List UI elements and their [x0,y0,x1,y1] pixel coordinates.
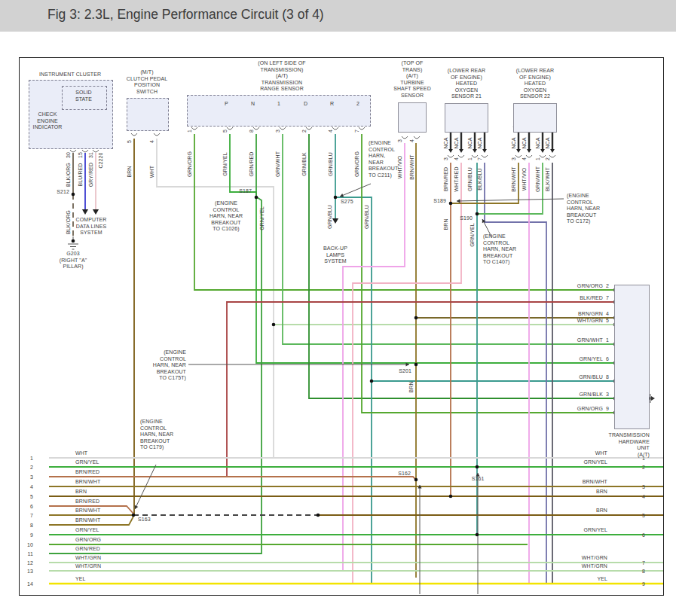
wire-label: BLK/WHT [545,167,552,191]
hardware-row-label: GRN/YEL [580,356,603,363]
gear-position-P: P [225,101,228,108]
wire-label: GRN/WHT [275,151,282,177]
row-wire-label-left: GRN/RED [75,546,100,553]
hardware-row-pin: 6 [606,356,609,363]
o2-sensor-22-box [513,103,557,133]
nca-label: NCA [545,137,552,148]
row-wire-label-right: WHT/GRN [582,563,607,570]
hardware-row-pin: 2 [606,283,609,290]
instrument-cluster-label: INSTRUMENT CLUSTER [39,72,101,78]
pin-number: 4 [454,157,460,160]
wire-label: GRY/RED [88,163,95,187]
row-wire-label-left: YEL [75,576,86,583]
row-wire-label-left: GRN/YEL [75,527,99,534]
ground-g203-label: G203 (RIGHT "A" PILLAR) [60,251,87,270]
pin-number: 1 [535,157,542,160]
row-number-right: 1 [642,456,645,462]
gear-position-1: 1 [277,101,280,108]
o2-sensor-21-label: (LOWER REAR OF ENGINE) HEATED OXYGEN SEN… [448,68,486,100]
gear-position-2: 2 [356,101,359,108]
solid-state-label: SOLID STATE [75,90,92,102]
wire-label: GRN/BLU [467,167,474,191]
pin-number: 4 [149,140,156,143]
hardware-row-label: WHT/GRN [577,318,603,325]
row-wire-label-left: WHT [75,450,87,457]
row-wire-label-left: BRN [75,489,87,496]
pin-number: 8 [249,130,255,133]
wire-label: GRN/BLU [327,205,334,229]
hardware-row-label: GRN/ORG [577,283,603,290]
clutch-switch-box [127,98,169,131]
clutch-switch-label: (M/T) CLUTCH PEDAL POSITION SWITCH [127,69,168,95]
hardware-row-pin: 4 [606,311,609,318]
wire-label: BRN/WHT [409,154,416,179]
breakout-note: (ENGINE CONTROL HARN, NEAR BREAKOUT TO C… [483,233,516,266]
range-sensor-label: (ON LEFT SIDE OF TRANSMISSION) (A/T) TRA… [258,60,305,93]
nca-label: NCA [467,137,474,148]
row-number-left: 1 [30,456,33,462]
row-wire-label-left: GRN/ORG [75,537,101,544]
junction-s275-label: S275 [341,199,353,206]
wire-label: GRN/BLU [364,205,371,229]
row-number-left: 7 [30,513,33,520]
o2-sensor-22-label: (LOWER REAR OF ENGINE) HEATED OXYGEN SEN… [516,68,555,100]
check-engine-indicator-label: CHECK ENGINE INDICATOR [33,111,63,131]
junction-s162-label: S162 [398,471,411,477]
nca-label: NCA [522,137,528,148]
row-number-left: 4 [30,484,33,491]
row-wire-label-left: BRN/RED [75,499,99,505]
row-wire-label-right: WHT [595,450,607,457]
pin-number: 4 [409,139,416,142]
breakout-note: (ENGINE CONTROL HARN, NEAR BREAKOUT TO C… [140,419,173,451]
wire-label: WHT [149,166,156,178]
hardware-row-label: GRN/WHT [577,337,603,344]
nca-label: NCA [511,137,518,148]
wire-label: BRN/WHT [511,166,518,191]
wire-label: BLK/ORG [66,210,72,234]
turbine-sensor-box [398,102,427,133]
row-number-left: 6 [30,504,33,511]
hardware-row-pin: 1 [606,337,609,344]
nca-label: NCA [443,137,450,148]
wire-label: C2220 [98,152,105,168]
turbine-sensor-label: (TOP OF TRANS) (A/T) TURBINE SHAFT SPEED… [393,60,431,99]
wire-label: BLU/RED [78,163,84,186]
gear-position-R: R [330,101,334,108]
wire-label: BLK/ORG [66,163,72,187]
pin-number: 1 [467,157,474,160]
nca-label: NCA [535,137,542,148]
wire-label: GRN/YEL [222,152,229,175]
row-wire-label-right: WHT/GRN [582,555,607,562]
hardware-row-label: BLK/RED [580,295,603,302]
wire-label: BRN [127,166,133,177]
row-number-right: 6 [642,532,645,539]
pin-number: 3 [511,157,518,160]
pin-number: 2 [545,157,552,160]
row-number-right: 7 [642,560,645,567]
row-wire-label-right: YEL [597,576,607,583]
row-number-left: 12 [27,560,33,567]
pin-number: 7 [354,130,361,133]
row-number-left: 10 [27,542,33,549]
hardware-unit-label: TRANSMISSION HARDWARE UNIT (A/T) [609,432,650,458]
junction-s187-label: S187 [239,188,252,195]
row-number-left: 9 [30,532,33,539]
pin-number: 5 [222,130,229,133]
wire-label: BRN [408,381,415,392]
row-number-left: 14 [27,581,33,588]
row-wire-label-left: BRN/WHT [75,517,100,524]
row-number-right: 9 [642,581,645,588]
backup-lamps-label: BACK-UP LAMPS SYSTEM [323,245,347,265]
breakout-note: (ENGINE CONTROL HARN, NEAR BREAKOUT TO C… [153,349,186,382]
hardware-row-label: GRN/ORG [577,406,603,413]
pin-number: 4 [328,130,335,133]
row-wire-label-right: BRN [596,489,607,496]
hardware-row-label: GRN/BLK [580,392,603,398]
computer-data-lines-label: COMPUTER DATA LINES SYSTEM [76,217,107,236]
hardware-row-pin: 3 [606,392,609,398]
row-wire-label-left: GRN/YEL [75,459,99,466]
row-number-right: 4 [642,494,645,501]
gear-position-D: D [304,101,307,108]
row-wire-label-left: WHT/GRN [75,555,101,562]
pin-number: 4 [522,157,528,160]
